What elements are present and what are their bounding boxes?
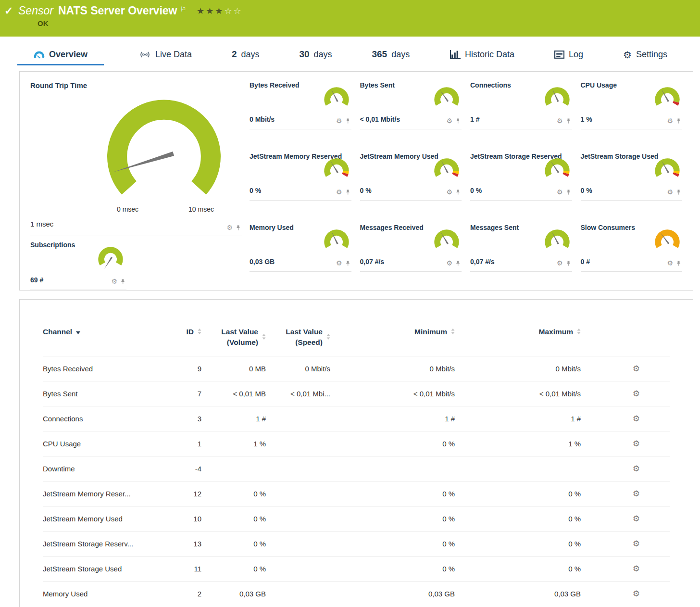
gauge-gear-icon[interactable]: ⚙	[111, 278, 117, 285]
gauge-pin-icon[interactable]	[345, 189, 350, 195]
channel-row[interactable]: Downtime-4⚙	[43, 456, 670, 481]
channel-row[interactable]: JetStream Storage Reserv...130 %0 %0 %⚙	[43, 531, 670, 556]
channel-row[interactable]: Memory Used20,03 GB0,03 GB0,03 GB⚙	[43, 581, 670, 606]
gauge-gear-icon[interactable]: ⚙	[667, 260, 673, 266]
channel-settings-icon[interactable]: ⚙	[633, 464, 640, 473]
tab-settings[interactable]: ⚙Settings	[618, 50, 672, 65]
gauge-pin-icon[interactable]	[676, 189, 681, 195]
channel-name[interactable]: JetStream Storage Used	[43, 556, 158, 581]
gauge-pin-icon[interactable]	[455, 260, 461, 266]
column-header-id[interactable]: ID	[158, 327, 201, 356]
gauge-pin-icon[interactable]	[676, 118, 681, 124]
channel-settings-cell: ⚙	[581, 581, 670, 606]
tab-30-days[interactable]: 30days	[294, 49, 337, 65]
gauge-pin-icon[interactable]	[566, 118, 571, 124]
channel-row[interactable]: JetStream Storage Used110 %0 %0 %⚙	[43, 556, 670, 581]
star-empty-icon[interactable]: ☆	[224, 6, 233, 16]
gauge-gear-icon[interactable]: ⚙	[336, 117, 342, 124]
gauge-gear-icon[interactable]: ⚙	[446, 260, 452, 266]
channel-row[interactable]: JetStream Memory Reser...120 %0 %0 %⚙	[43, 481, 670, 506]
gauge-gear-icon[interactable]: ⚙	[226, 224, 233, 231]
channel-settings-icon[interactable]: ⚙	[633, 564, 640, 573]
channel-name[interactable]: Bytes Sent	[43, 381, 158, 406]
gauge-pin-icon[interactable]	[345, 118, 350, 124]
gauge-tile[interactable]: JetStream Storage Used0 %⚙	[581, 148, 683, 201]
gauge-pin-icon[interactable]	[120, 278, 125, 285]
channel-name[interactable]: JetStream Storage Reserv...	[43, 531, 158, 556]
channel-name[interactable]: JetStream Memory Reser...	[43, 481, 158, 506]
channel-row[interactable]: Bytes Received90 MB0 Mbit/s0 Mbit/s0 Mbi…	[43, 356, 670, 381]
gauge-icons: ⚙	[446, 260, 461, 266]
channel-settings-icon[interactable]: ⚙	[633, 439, 640, 448]
channel-name[interactable]: Downtime	[43, 456, 158, 481]
gauge-dial	[322, 84, 351, 115]
channel-settings-icon[interactable]: ⚙	[633, 389, 640, 398]
channel-row[interactable]: Bytes Sent7< 0,01 MB< 0,01 Mbi...< 0,01 …	[43, 381, 670, 406]
gauge-tile[interactable]: Memory Used0,03 GB⚙	[250, 219, 351, 272]
channel-name[interactable]: Memory Used	[43, 581, 158, 606]
column-header-speed[interactable]: Last Value(Speed)	[266, 327, 330, 356]
tab-2-days[interactable]: 2days	[227, 49, 264, 65]
rating-stars[interactable]: ★★★☆☆	[197, 6, 243, 16]
gauge-pin-icon[interactable]	[566, 260, 571, 266]
star-filled-icon[interactable]: ★	[197, 6, 206, 16]
channel-settings-icon[interactable]: ⚙	[633, 539, 640, 548]
tab-label: days	[391, 50, 410, 60]
gauge-pin-icon[interactable]	[455, 118, 461, 124]
gauge-gear-icon[interactable]: ⚙	[667, 117, 673, 124]
gauge-tile[interactable]: Messages Received0,07 #/s⚙	[360, 219, 462, 272]
gauge-tile[interactable]: Bytes Received0 Mbit/s⚙	[250, 76, 351, 129]
gauge-pin-icon[interactable]	[236, 225, 241, 231]
channel-settings-icon[interactable]: ⚙	[633, 364, 640, 373]
gauge-gear-icon[interactable]: ⚙	[557, 117, 563, 124]
channel-name[interactable]: Bytes Received	[43, 356, 158, 381]
channel-settings-icon[interactable]: ⚙	[633, 489, 640, 498]
tab-log[interactable]: Log	[550, 50, 588, 65]
tab-label: days	[314, 50, 332, 60]
column-header-max[interactable]: Maximum	[455, 327, 581, 356]
gauge-tile[interactable]: CPU Usage1 %⚙	[581, 76, 683, 129]
channel-settings-icon[interactable]: ⚙	[633, 589, 640, 598]
tab-365-days[interactable]: 365days	[367, 49, 414, 65]
channel-name[interactable]: CPU Usage	[43, 431, 158, 456]
gauge-gear-icon[interactable]: ⚙	[557, 260, 563, 266]
subscriptions-tile[interactable]: Subscriptions 69 # ⚙	[30, 236, 126, 290]
channel-name[interactable]: JetStream Memory Used	[43, 506, 158, 531]
star-filled-icon[interactable]: ★	[206, 6, 215, 16]
channel-last-value-volume: 0 %	[201, 556, 266, 581]
star-filled-icon[interactable]: ★	[215, 6, 224, 16]
gauge-gear-icon[interactable]: ⚙	[336, 260, 342, 266]
column-header-channel[interactable]: Channel	[43, 327, 158, 356]
column-header-min[interactable]: Minimum	[330, 327, 455, 356]
round-trip-tile[interactable]: Round Trip Time 0 msec 10 msec 1 msec ⚙	[30, 76, 242, 236]
priority-flag-icon[interactable]: ⚐	[180, 5, 186, 13]
star-empty-icon[interactable]: ☆	[234, 6, 243, 16]
gauge-tile[interactable]: Messages Sent0,07 #/s⚙	[470, 219, 572, 272]
gauge-tile[interactable]: JetStream Memory Used0 %⚙	[360, 148, 462, 201]
gauge-pin-icon[interactable]	[345, 260, 350, 266]
column-header-volume[interactable]: Last Value(Volume)	[201, 327, 266, 356]
sort-icon	[262, 333, 266, 341]
channel-name[interactable]: Connections	[43, 406, 158, 431]
channel-row[interactable]: Connections31 #1 #1 #⚙	[43, 406, 670, 431]
gauge-gear-icon[interactable]: ⚙	[446, 189, 452, 195]
tab-live-data[interactable]: Live Data	[134, 50, 197, 65]
tab-historic-data[interactable]: Historic Data	[445, 50, 519, 65]
channel-row[interactable]: CPU Usage11 %0 %1 %⚙	[43, 431, 670, 456]
gauge-gear-icon[interactable]: ⚙	[446, 117, 452, 124]
gauge-pin-icon[interactable]	[676, 260, 681, 266]
channel-settings-icon[interactable]: ⚙	[633, 414, 640, 423]
gauge-tile[interactable]: JetStream Storage Reserved0 %⚙	[470, 148, 572, 201]
tab-overview[interactable]: Overview	[17, 50, 104, 65]
gauge-tile[interactable]: Connections1 #⚙	[470, 76, 572, 129]
gauge-pin-icon[interactable]	[566, 189, 571, 195]
gauge-tile[interactable]: Bytes Sent< 0,01 Mbit/s⚙	[360, 76, 462, 129]
channel-row[interactable]: JetStream Memory Used100 %0 %0 %⚙	[43, 506, 670, 531]
gauge-tile[interactable]: JetStream Memory Reserved0 %⚙	[250, 148, 351, 201]
gauge-gear-icon[interactable]: ⚙	[336, 189, 342, 195]
gauge-pin-icon[interactable]	[455, 189, 461, 195]
gauge-gear-icon[interactable]: ⚙	[667, 189, 673, 195]
gauge-tile[interactable]: Slow Consumers0 #⚙	[581, 219, 683, 272]
channel-settings-icon[interactable]: ⚙	[633, 514, 640, 523]
gauge-gear-icon[interactable]: ⚙	[557, 189, 563, 195]
